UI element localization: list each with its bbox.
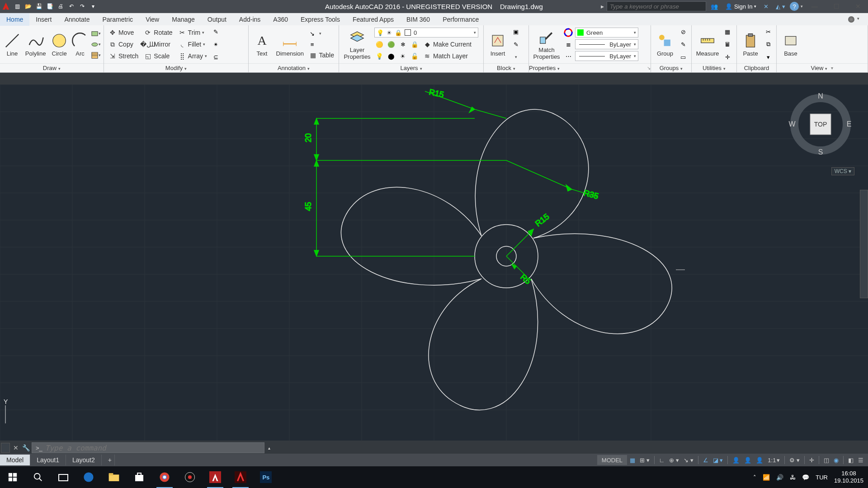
mline-icon[interactable]: ≡ (307, 39, 317, 49)
status-ws-icon[interactable]: ◫ (822, 455, 831, 465)
autocad-taskbar-icon[interactable] (203, 466, 228, 488)
tab-addins[interactable]: Add-ins (233, 13, 267, 26)
status-qp-icon[interactable]: 👤 (754, 455, 765, 465)
lineweight-icon-ctrl[interactable]: ≣ (563, 39, 573, 49)
navigation-bar[interactable] (860, 190, 868, 298)
laylck-icon[interactable]: 🔒 (410, 39, 420, 49)
table-button[interactable]: ▦Table (307, 50, 336, 60)
qa-open-icon[interactable]: 📂 (23, 1, 33, 12)
fillet-button[interactable]: ◟Fillet▾ (176, 39, 209, 49)
task-view-icon[interactable] (51, 466, 76, 488)
viewcube[interactable]: TOP N S W E (787, 90, 854, 158)
status-polar-icon[interactable]: ⊕ ▾ (667, 455, 681, 465)
color-control-icon[interactable] (563, 28, 573, 38)
mirror-button[interactable]: �لللMirror (142, 39, 174, 49)
tray-up-icon[interactable]: ˄ (753, 474, 756, 481)
status-3dosnap-icon[interactable]: ◪ ▾ (711, 455, 725, 465)
layulk-icon[interactable]: 🔓 (410, 51, 420, 61)
qa-save-icon[interactable]: 💾 (33, 1, 44, 12)
tray-volume-icon[interactable]: 🔊 (776, 474, 783, 481)
panel-annotation-label[interactable]: Annotation (278, 65, 306, 71)
wcs-badge[interactable]: WCS ▾ (831, 167, 854, 175)
panel-layers-label[interactable]: Layers (400, 65, 418, 71)
command-input[interactable] (45, 444, 260, 452)
status-hw-icon[interactable]: ◉ (832, 455, 840, 465)
hatch-icon[interactable]: ▾ (91, 50, 101, 60)
tab-bim360[interactable]: BIM 360 (400, 13, 436, 26)
infocenter-button[interactable]: 👥 (708, 1, 721, 12)
explode-icon[interactable]: ✴ (211, 39, 221, 49)
layuniso-icon[interactable]: ⬤ (386, 51, 396, 61)
trim-button[interactable]: ✂Trim▾ (176, 28, 209, 38)
panel-view-label[interactable]: View (811, 65, 824, 71)
tab-a360[interactable]: A360 (267, 13, 294, 26)
layiso-icon[interactable]: 🟢 (386, 39, 396, 49)
minimize-button[interactable]: — (805, 0, 825, 13)
keyword-search-input[interactable] (607, 1, 706, 11)
cmdline-handle[interactable] (1, 443, 10, 453)
text-button[interactable]: AText (251, 31, 273, 58)
tab-home[interactable]: Home (0, 13, 29, 26)
photoshop-icon[interactable]: Ps (253, 466, 278, 488)
status-grid-icon[interactable]: ▦ (628, 455, 637, 465)
ellipse-icon[interactable]: ▾ (91, 39, 101, 49)
rectangle-icon[interactable]: ▾ (91, 28, 101, 38)
store-icon[interactable] (127, 466, 152, 488)
edit-attr-icon[interactable]: ▾ (511, 52, 521, 62)
tab-annotate[interactable]: Annotate (58, 13, 96, 26)
leader-icon[interactable]: ↘ (307, 28, 317, 38)
status-gear-icon[interactable]: ⚙ ▾ (788, 455, 802, 465)
status-osnap-icon[interactable]: ∠ (701, 455, 710, 465)
status-plus-icon[interactable]: ✛ (807, 455, 816, 465)
status-iso-icon[interactable]: ◧ (846, 455, 855, 465)
tray-clock[interactable]: 16:08 19.10.2015 (834, 470, 863, 484)
lineweight-combo[interactable]: ByLayer▾ (575, 39, 638, 49)
offset-icon[interactable]: ⊆ (211, 52, 221, 62)
panel-utilities-label[interactable]: Utilities (703, 65, 722, 71)
move-button[interactable]: ✥Move (107, 28, 140, 38)
paste-button[interactable]: Paste (740, 31, 761, 58)
status-ortho-icon[interactable]: ∟ (657, 455, 667, 465)
layfrz-icon[interactable]: ❄ (398, 39, 408, 49)
viewcube-w[interactable]: W (788, 120, 796, 128)
start-button[interactable] (0, 466, 25, 488)
ribbon-extras[interactable]: ▾ (848, 13, 868, 25)
status-annoscale[interactable]: 1:1 ▾ (766, 455, 782, 465)
tab-view[interactable]: View (139, 13, 165, 26)
match-properties-button[interactable]: Match Properties (532, 28, 561, 61)
stretch-button[interactable]: ⇲Stretch (107, 51, 140, 61)
camtasia-icon[interactable] (177, 466, 203, 488)
help-button[interactable]: ? (790, 2, 799, 11)
viewcube-top[interactable]: TOP (814, 121, 827, 128)
panel-draw-label[interactable]: Draw (43, 65, 57, 71)
qa-undo-icon[interactable]: ↶ (66, 1, 77, 12)
status-tpy-icon[interactable]: 👤 (742, 455, 753, 465)
erase-icon[interactable]: ✎ (211, 27, 221, 37)
create-block-icon[interactable]: ▣ (511, 27, 521, 37)
make-current-button[interactable]: ◆Make Current (421, 39, 473, 49)
tab-featured-apps[interactable]: Featured Apps (346, 13, 400, 26)
copy-button[interactable]: ⧉Copy (107, 39, 140, 49)
point-icon[interactable]: ✛ (722, 52, 732, 62)
close-button[interactable]: ✕ (848, 0, 868, 13)
search-icon[interactable] (25, 466, 51, 488)
cmdline-wrench-icon[interactable]: 🔧 (22, 444, 30, 451)
tray-lang[interactable]: TUR (816, 474, 828, 481)
array-button[interactable]: ⣿Array▾ (176, 51, 209, 61)
drawing-canvas[interactable]: 20 45 R15 R35 R15 R5 (0, 84, 868, 441)
tab-performance[interactable]: Performance (436, 13, 485, 26)
layon-icon[interactable]: 💡 (374, 51, 384, 61)
qa-saveas-icon[interactable]: 📑 (44, 1, 55, 12)
rotate-button[interactable]: ⟳Rotate (142, 28, 174, 38)
status-model[interactable]: MODEL (597, 455, 627, 465)
cut-icon[interactable]: ✂ (763, 27, 773, 37)
status-lwt-icon[interactable]: 👤 (731, 455, 741, 465)
group-button[interactable]: Group (654, 31, 676, 58)
copy-clip-icon[interactable]: ⧉ (763, 39, 773, 49)
exchange-apps-button[interactable]: ✕ (761, 1, 771, 12)
line-button[interactable]: Line (3, 31, 22, 58)
edit-block-icon[interactable]: ✎ (511, 39, 521, 49)
ungroup-icon[interactable]: ⊘ (678, 27, 688, 37)
panel-groups-label[interactable]: Groups (660, 65, 679, 71)
panel-properties-label[interactable]: Properties (529, 65, 556, 71)
